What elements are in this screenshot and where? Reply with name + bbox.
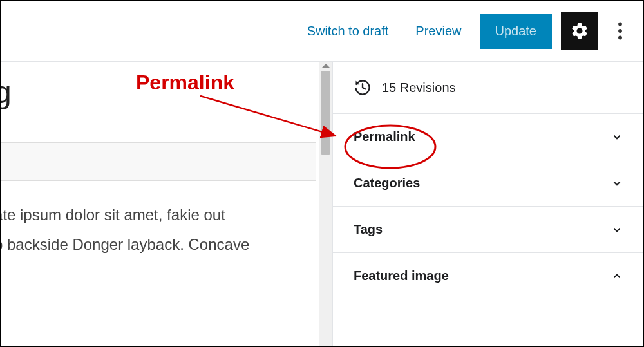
svg-point-2 [618,36,622,40]
svg-point-0 [618,23,622,26]
editor-top-toolbar: Switch to draft Preview Update [1,1,643,62]
panel-label-featured-image: Featured image [354,268,449,283]
chevron-down-icon [611,224,623,236]
editor-scrollbar[interactable] [319,62,332,346]
scrollbar-thumb[interactable] [321,71,330,155]
annotation-label: Permalink [136,71,234,95]
switch-to-draft-button[interactable]: Switch to draft [298,17,398,45]
update-button[interactable]: Update [480,14,553,49]
post-body[interactable]: ate ipsum dolor sit amet, fakie out p ba… [1,200,332,259]
settings-sidebar: 15 Revisions Permalink Categories Tags F… [333,62,643,346]
revisions-label: 15 Revisions [382,80,456,95]
panel-label-tags: Tags [354,222,383,237]
settings-button[interactable] [561,12,598,50]
panel-tags[interactable]: Tags [333,207,643,253]
panel-label-categories: Categories [354,176,420,191]
revisions-row[interactable]: 15 Revisions [333,62,643,114]
chevron-down-icon [611,131,623,143]
panel-permalink[interactable]: Permalink [333,114,643,160]
block-placeholder[interactable] [1,142,316,181]
panel-label-permalink: Permalink [354,129,415,144]
panel-categories[interactable]: Categories [333,160,643,207]
chevron-up-icon [611,270,623,282]
preview-button[interactable]: Preview [406,17,470,45]
editor-canvas[interactable]: g ate ipsum dolor sit amet, fakie out p … [1,62,333,346]
gear-icon [570,21,589,41]
more-vertical-icon [618,22,623,40]
more-options-button[interactable] [607,12,633,50]
content-wrap: g ate ipsum dolor sit amet, fakie out p … [1,62,643,346]
chevron-down-icon [611,178,623,189]
scroll-up-arrow-icon [322,64,330,68]
panel-featured-image[interactable]: Featured image [333,253,643,299]
svg-point-1 [618,29,622,33]
history-icon [354,79,372,97]
